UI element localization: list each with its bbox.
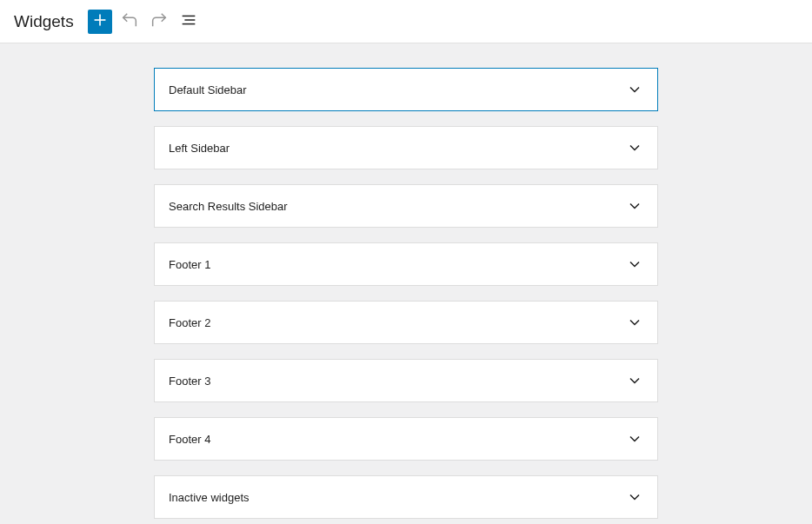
chevron-down-icon [626,255,643,273]
redo-button[interactable] [147,10,171,34]
widget-area-label: Default Sidebar [169,83,247,96]
chevron-down-icon [626,139,643,156]
chevron-down-icon [626,314,643,331]
widget-areas-list: Default Sidebar Left Sidebar Search Resu… [0,43,812,524]
widget-area-label: Footer 2 [169,316,210,329]
widget-area-label: Left Sidebar [169,142,230,155]
widget-area-left-sidebar[interactable]: Left Sidebar [154,126,658,169]
widget-area-footer-2[interactable]: Footer 2 [154,301,658,344]
plus-icon [90,10,110,32]
list-view-button[interactable] [176,10,201,34]
widget-area-footer-3[interactable]: Footer 3 [154,359,658,402]
widget-area-footer-4[interactable]: Footer 4 [154,417,658,461]
widget-area-label: Footer 1 [169,258,210,271]
undo-icon [120,10,139,32]
widget-area-label: Search Results Sidebar [169,200,288,213]
widget-area-label: Inactive widgets [169,491,250,504]
chevron-down-icon [626,488,643,506]
widget-area-inactive-widgets[interactable]: Inactive widgets [154,475,658,519]
widget-area-label: Footer 4 [169,433,210,446]
chevron-down-icon [626,430,643,448]
undo-button[interactable] [117,10,142,34]
widget-area-footer-1[interactable]: Footer 1 [154,242,658,286]
list-view-icon [179,10,198,32]
widget-area-search-results-sidebar[interactable]: Search Results Sidebar [154,184,658,228]
page-title: Widgets [14,12,74,31]
widget-area-label: Footer 3 [169,375,210,388]
widget-area-default-sidebar[interactable]: Default Sidebar [154,68,658,111]
chevron-down-icon [626,81,643,98]
toolbar: Widgets [0,0,812,43]
chevron-down-icon [626,197,643,215]
redo-icon [150,10,169,32]
add-block-button[interactable] [88,10,112,34]
chevron-down-icon [626,372,643,389]
